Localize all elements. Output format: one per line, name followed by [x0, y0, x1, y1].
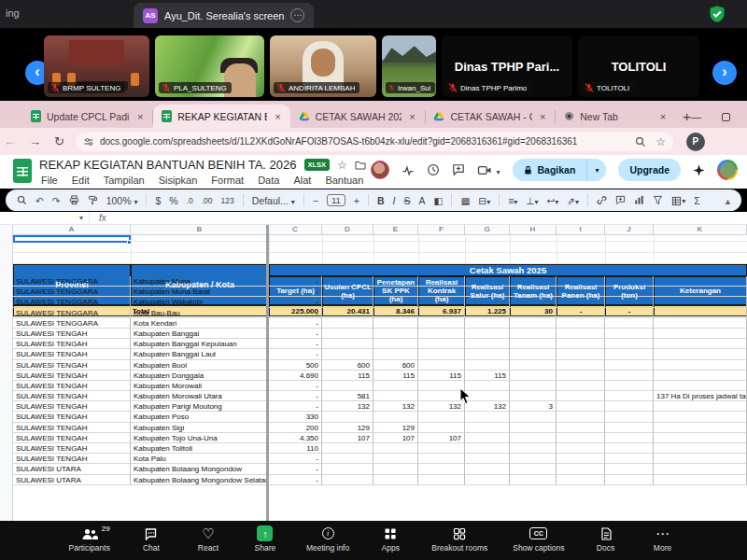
- cell-keterangan[interactable]: [654, 329, 747, 339]
- cell-panen[interactable]: [557, 318, 605, 329]
- cell-usulan[interactable]: [322, 454, 374, 464]
- cell-panen[interactable]: [557, 454, 605, 464]
- cell-salur[interactable]: [465, 297, 510, 307]
- cell-tanam[interactable]: [510, 464, 557, 474]
- cell-produksi[interactable]: [605, 381, 654, 391]
- collaborator-avatar[interactable]: [371, 161, 389, 179]
- cell-salur[interactable]: [465, 287, 510, 297]
- cell-penetapan[interactable]: [374, 318, 418, 329]
- cell-usulan[interactable]: [322, 475, 374, 485]
- cell-salur[interactable]: [465, 318, 510, 329]
- borders-icon[interactable]: ▦: [460, 195, 470, 206]
- cell-kabupaten[interactable]: Kabupaten Poso: [131, 412, 269, 422]
- cell-provinsi[interactable]: SULAWESI TENGGARA: [13, 308, 131, 318]
- cell-provinsi[interactable]: SULAWESI TENGAH: [13, 329, 131, 339]
- cell-keterangan[interactable]: [654, 349, 747, 359]
- docs-button[interactable]: Docs: [590, 525, 622, 560]
- cell-keterangan[interactable]: [654, 381, 747, 391]
- cell-kabupaten[interactable]: Kabupaten Muna: [131, 276, 269, 287]
- format-currency-icon[interactable]: $: [155, 195, 161, 206]
- table-views-icon[interactable]: ▾: [671, 194, 685, 206]
- column-letter[interactable]: B: [131, 225, 269, 235]
- paint-format-icon[interactable]: [88, 195, 98, 205]
- cell-kontrak[interactable]: [418, 276, 465, 287]
- cell-tanam[interactable]: [510, 360, 557, 371]
- cell-produksi[interactable]: [605, 391, 654, 401]
- close-tab-icon[interactable]: ×: [658, 111, 668, 122]
- cell-keterangan[interactable]: [654, 401, 747, 412]
- cell-provinsi[interactable]: SULAWESI TENGAH: [13, 423, 131, 433]
- decrease-font-icon[interactable]: −: [313, 195, 318, 206]
- cell-produksi[interactable]: [605, 454, 654, 464]
- column-letter[interactable]: A: [13, 225, 131, 235]
- cell-kabupaten[interactable]: Kabupaten Tolitoli: [131, 443, 269, 454]
- cell-target[interactable]: -: [269, 391, 322, 401]
- next-participants-button[interactable]: ›: [712, 61, 737, 85]
- cell-kontrak[interactable]: [418, 391, 465, 401]
- cell-produksi[interactable]: [605, 308, 654, 318]
- cell-produksi[interactable]: [605, 433, 654, 443]
- window-minimize-button[interactable]: —: [691, 111, 701, 122]
- cell-salur[interactable]: 115: [465, 371, 510, 381]
- cell-panen[interactable]: [557, 464, 605, 474]
- cell-kabupaten[interactable]: Kabupaten Buol: [131, 360, 269, 371]
- cell-provinsi[interactable]: SULAWESI TENGGARA: [13, 318, 131, 329]
- cell-kontrak[interactable]: [418, 308, 465, 318]
- cell-salur[interactable]: [465, 454, 510, 464]
- video-tile[interactable]: Irwan_Sulteng: [382, 35, 436, 97]
- cell-tanam[interactable]: [510, 349, 557, 359]
- table-row[interactable]: SULAWESI TENGAH Kabupaten Banggai Laut -: [13, 349, 747, 359]
- cell-salur[interactable]: [465, 423, 510, 433]
- cell-salur[interactable]: [465, 433, 510, 443]
- cell-tanam[interactable]: [510, 412, 557, 422]
- cell-usulan[interactable]: [322, 443, 374, 454]
- cell-provinsi[interactable]: SULAWESI TENGAH: [13, 412, 131, 422]
- name-box[interactable]: ▾: [0, 212, 90, 224]
- number-format-icon[interactable]: 123: [221, 196, 234, 205]
- functions-icon[interactable]: Σ: [694, 195, 700, 206]
- share-button[interactable]: Bagikan: [513, 159, 588, 181]
- cell-target[interactable]: 4.690: [269, 371, 322, 381]
- cell-kabupaten[interactable]: Kabupaten Bolaang Mongondow Selatan: [131, 475, 269, 485]
- table-row[interactable]: SULAWESI UTARA Kabupaten Bolaang Mongond…: [13, 464, 747, 474]
- cell-produksi[interactable]: [605, 360, 654, 371]
- cell-panen[interactable]: [557, 391, 605, 401]
- cell-penetapan[interactable]: 107: [374, 433, 418, 443]
- cell-produksi[interactable]: [605, 423, 654, 433]
- cell-panen[interactable]: [557, 371, 605, 381]
- cell-provinsi[interactable]: SULAWESI TENGGARA: [13, 297, 131, 307]
- cell-usulan[interactable]: [322, 381, 374, 391]
- cell-target[interactable]: -: [269, 339, 322, 349]
- table-row[interactable]: SULAWESI TENGAH Kabupaten Morowali -: [13, 381, 747, 391]
- cell-keterangan[interactable]: [654, 276, 747, 287]
- cell-kabupaten[interactable]: Kota Bau-Bau: [131, 308, 269, 318]
- cell-provinsi[interactable]: SULAWESI TENGGARA: [13, 276, 131, 287]
- cell-penetapan[interactable]: 115: [374, 371, 418, 381]
- cell-keterangan[interactable]: [654, 423, 747, 433]
- cell-penetapan[interactable]: [374, 287, 418, 297]
- cell-provinsi[interactable]: SULAWESI TENGAH: [13, 349, 131, 359]
- cell-provinsi[interactable]: SULAWESI TENGAH: [13, 371, 131, 381]
- cell-target[interactable]: -: [269, 287, 322, 297]
- cell-tanam[interactable]: [510, 475, 557, 485]
- column-letter[interactable]: C: [269, 225, 322, 235]
- cell-keterangan[interactable]: [654, 287, 747, 297]
- header-band-cetak-sawah[interactable]: Cetak Sawah 2025: [269, 264, 747, 276]
- table-row[interactable]: SULAWESI TENGAH Kabupaten Sigi 200 129 1…: [13, 423, 747, 433]
- browser-tab-active[interactable]: REKAP KEGIATAN BANTU ×: [153, 105, 289, 128]
- bold-icon[interactable]: B: [377, 195, 385, 206]
- cell-kabupaten[interactable]: Kabupaten Muna Barat: [131, 287, 269, 297]
- search-menus-icon[interactable]: [17, 195, 27, 205]
- cell-tanam[interactable]: [510, 391, 557, 401]
- fill-handle[interactable]: [127, 240, 132, 245]
- menu-item[interactable]: Alat: [293, 175, 311, 186]
- cell-usulan[interactable]: [322, 412, 374, 422]
- cell-produksi[interactable]: [605, 329, 654, 339]
- cell-usulan[interactable]: [322, 339, 374, 349]
- cell-kabupaten[interactable]: Kabupaten Parigi Moutong: [131, 401, 269, 412]
- cell-usulan[interactable]: [322, 276, 374, 287]
- chat-button[interactable]: Chat: [135, 525, 167, 560]
- cell-provinsi[interactable]: SULAWESI TENGAH: [13, 454, 131, 464]
- table-row[interactable]: SULAWESI TENGAH Kabupaten Buol 500 600 6…: [13, 360, 747, 371]
- table-row[interactable]: SULAWESI TENGAH Kota Palu -: [13, 454, 747, 464]
